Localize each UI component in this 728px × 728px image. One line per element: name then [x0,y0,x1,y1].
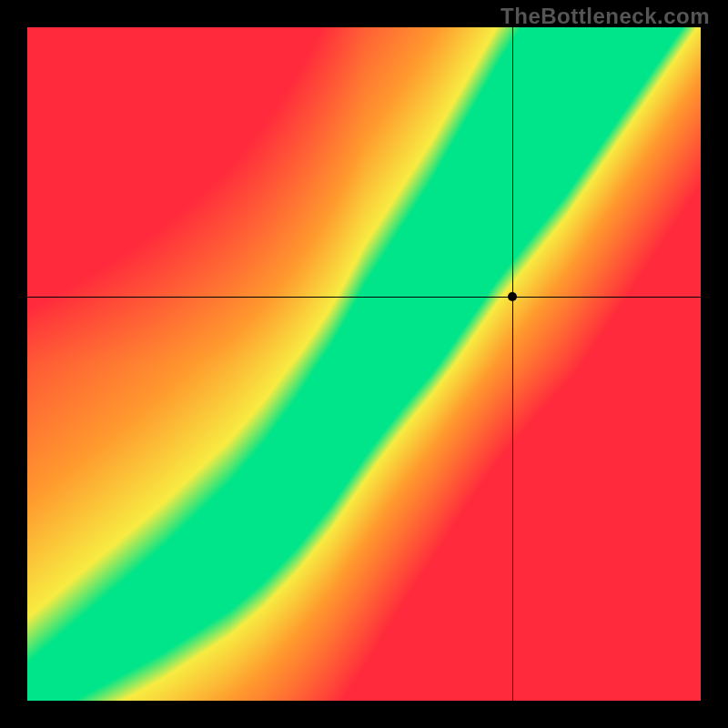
crosshair-horizontal [27,297,701,298]
selection-marker [508,292,517,301]
crosshair-vertical [512,27,513,701]
plot-area [27,27,701,701]
heatmap-canvas [27,27,701,701]
watermark-text: TheBottleneck.com [500,4,710,29]
chart-frame: TheBottleneck.com [0,0,728,728]
